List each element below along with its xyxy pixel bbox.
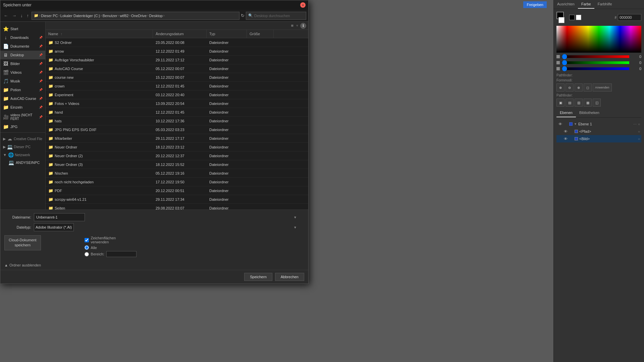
col-header-type[interactable]: Typ (207, 30, 247, 38)
breadcrumb-lokaler[interactable]: Lokaler Datenträger (C:) (60, 14, 100, 18)
pf-exclude[interactable]: ▦ (584, 99, 592, 107)
radio-bereich[interactable] (85, 252, 89, 256)
table-row[interactable]: 📁 hand 12.12.2022 01:45 Dateiordner (46, 108, 308, 117)
tab-ausrichten[interactable]: Ausrichten (554, 0, 578, 9)
breadcrumb-pc[interactable]: 📁 (34, 13, 39, 18)
folder-toggle[interactable]: ▲ Ordner ausblenden (0, 260, 308, 270)
sidebar-item-bilder[interactable]: 🖼 Bilder 📌 (0, 59, 45, 68)
sidebar-item-autocad[interactable]: 📁 AutoCAD Course 📌 (0, 94, 45, 103)
sidebar-item-videos2[interactable]: 🎥 videos (NICHT FERT 📌 (0, 112, 45, 122)
nav-up-button[interactable]: ↑ (25, 12, 31, 19)
breadcrumb-bar[interactable]: 📁 › Dieser PC › Lokaler Datenträger (C:)… (32, 12, 239, 20)
pf-divide[interactable]: ◫ (593, 99, 601, 107)
sidebar-section-netzwerk[interactable]: ▼ 🌐 Netzwerk (0, 150, 45, 158)
pathfinder-apply-btn[interactable]: Anwenden (593, 83, 612, 92)
close-button[interactable]: ✕ (300, 2, 306, 8)
tab-bibliotheken[interactable]: Bibliotheken (576, 109, 603, 117)
table-row[interactable]: 📁 S2 Ordner 23.05.2022 00:08 Dateiordner (46, 38, 308, 47)
file-name-cell: 📁 hand (46, 110, 153, 115)
folder-icon: 📁 (48, 188, 53, 193)
tab-ebenen[interactable]: Ebenen (556, 109, 576, 117)
hex-input[interactable] (618, 14, 641, 21)
table-row[interactable]: 📁 Mitarbeiter 29.11.2022 17:17 Dateiordn… (46, 134, 308, 143)
pf-minus[interactable]: ▤ (566, 99, 574, 107)
nav-down-button[interactable]: ↓ (19, 12, 24, 19)
sidebar-item-start[interactable]: ⭐ Start (0, 24, 45, 33)
table-row[interactable]: 📁 Neuer Ordner (3) 18.12.2022 15:52 Date… (46, 160, 308, 169)
nav-forward-button[interactable]: → (11, 12, 18, 19)
table-row[interactable]: 📁 Aufträge Vorschaubilder 29.11.2022 17:… (46, 56, 308, 64)
sidebar-item-desktop[interactable]: 🖥 Desktop 📌 (0, 51, 45, 59)
sidebar-section-dieser-pc[interactable]: ▶ 💻 Dieser PC (0, 142, 45, 150)
file-date: 12.12.2022 01:45 (153, 110, 207, 114)
blue-slider[interactable] (562, 67, 629, 70)
breadcrumb-wtf82[interactable]: wtf82 (120, 14, 128, 18)
sidebar-item-andyseinpc[interactable]: 💻 ANDYSEINPC (0, 158, 45, 167)
green-slider[interactable] (562, 61, 629, 64)
sidebar-section-creative-cloud[interactable]: ▶ ☁ Creative Cloud File (0, 134, 45, 142)
color-spectrum[interactable] (556, 26, 641, 53)
cloud-save-button[interactable]: Cloud-Dokumentspeichern (4, 235, 41, 250)
sidebar-item-jpg[interactable]: 📁 JPG (0, 122, 45, 131)
save-button[interactable]: Speichern (244, 273, 272, 281)
sidebar-item-einzeln[interactable]: 📁 Einzeln 📌 (0, 103, 45, 112)
table-row[interactable]: 📁 AutoCAD Course 05.12.2022 00:07 Dateio… (46, 64, 308, 73)
tab-farbhilfe[interactable]: Farbhilfe (594, 0, 615, 9)
breadcrumb-dieser-pc[interactable]: Dieser PC (41, 14, 58, 18)
table-row[interactable]: 📁 Experiment 03.12.2022 20:40 Dateiordne… (46, 90, 308, 99)
refresh-button[interactable]: ↻ (241, 13, 245, 18)
sidebar-item-potion[interactable]: 📁 Potion 📌 (0, 85, 45, 94)
file-type: Dateiordner (207, 75, 247, 79)
file-type: Dateiordner (207, 163, 247, 167)
table-row[interactable]: 📁 PDF 20.12.2022 00:51 Dateiordner (46, 186, 308, 195)
search-box[interactable]: 🔍 Desktop durchsuchen (246, 12, 306, 20)
pf-btn-1[interactable]: ⊕ (556, 83, 565, 92)
pf-intersect[interactable]: ▥ (575, 99, 583, 107)
tab-farbe[interactable]: Farbe (578, 0, 594, 9)
sub-layer-lock-1: ○ (638, 130, 640, 133)
table-row[interactable]: 📁 Fotos + Videos 13.09.2022 20:54 Dateio… (46, 99, 308, 108)
filetype-select[interactable]: Adobe Illustrator (*.AI) (34, 223, 74, 231)
sidebar-item-musik[interactable]: 🎵 Musik 📌 (0, 77, 45, 85)
col-header-date[interactable]: Änderungsdatum (153, 30, 207, 38)
layer-pfad[interactable]: 👁 <Pfad> ○ (556, 128, 641, 135)
table-row[interactable]: 📁 noch nicht hochgeladen 17.12.2022 19:5… (46, 178, 308, 186)
cancel-button[interactable]: Abbrechen (275, 273, 304, 281)
col-header-size[interactable]: Größe (247, 30, 274, 38)
zeichenflachen-checkbox[interactable] (85, 238, 89, 242)
table-row[interactable]: 📁 arrow 12.12.2022 01:49 Dateiordner (46, 47, 308, 56)
view-dropdown-icon: ▼ (296, 24, 299, 27)
table-row[interactable]: 📁 scrcpy-win64-v1.21 29.11.2022 17:34 Da… (46, 195, 308, 204)
table-row[interactable]: 📁 Neuer Ordner (2) 20.12.2022 12:37 Date… (46, 152, 308, 160)
radio-alle[interactable] (85, 245, 89, 250)
pf-btn-4[interactable]: ◻ (584, 83, 592, 92)
freigeben-button[interactable]: Freigeben (523, 1, 547, 8)
table-row[interactable]: 📁 JPG PNG EPS SVG DXF 05.03.2022 03:23 D… (46, 125, 308, 134)
layer-ebene1[interactable]: 👁 ▼ Ebene 1 ⋯ ○ (556, 120, 641, 128)
col-header-name[interactable]: Name ↑ (46, 30, 153, 38)
filename-input[interactable] (34, 213, 85, 221)
nav-back-button[interactable]: ← (2, 12, 9, 19)
table-row[interactable]: 📁 hats 10.12.2022 17:36 Dateiordner (46, 117, 308, 125)
breadcrumb-benutzer[interactable]: Benutzer (103, 14, 117, 18)
range-text-input[interactable] (106, 251, 137, 257)
table-row[interactable]: 📁 Nischen 05.12.2022 19:16 Dateiordner (46, 169, 308, 178)
table-row[interactable]: 📁 course new 15.12.2022 00:07 Dateiordne… (46, 73, 308, 82)
pf-combine[interactable]: ▣ (556, 99, 565, 107)
file-type: Dateiordner (207, 67, 247, 71)
table-row[interactable]: 📁 Neuer Ordner 18.12.2022 23:12 Dateiord… (46, 143, 308, 152)
sidebar-item-dokumente[interactable]: 📄 Dokumente 📌 (0, 42, 45, 51)
pf-btn-3[interactable]: ⊗ (575, 83, 583, 92)
pf-btn-2[interactable]: ⊖ (566, 83, 574, 92)
info-button[interactable]: ℹ (300, 23, 306, 29)
breadcrumb-onedrive[interactable]: OneDrive (131, 14, 147, 18)
sidebar-item-downloads[interactable]: ↓ Downloads 📌 (0, 33, 45, 42)
view-list-button[interactable]: ≡ (290, 22, 294, 29)
sidebar-item-videos[interactable]: 🎬 Videos 📌 (0, 68, 45, 77)
table-row[interactable]: 📁 Seiten 29.08.2022 03:07 Dateiordner (46, 204, 308, 209)
breadcrumb-desktop[interactable]: Desktop (149, 14, 163, 18)
red-slider[interactable] (562, 55, 629, 58)
fill-swatch[interactable] (558, 17, 565, 23)
layer-bild[interactable]: 👁 <Bild> ○ (556, 135, 641, 142)
table-row[interactable]: 📁 crown 12.12.2022 01:45 Dateiordner (46, 82, 308, 90)
